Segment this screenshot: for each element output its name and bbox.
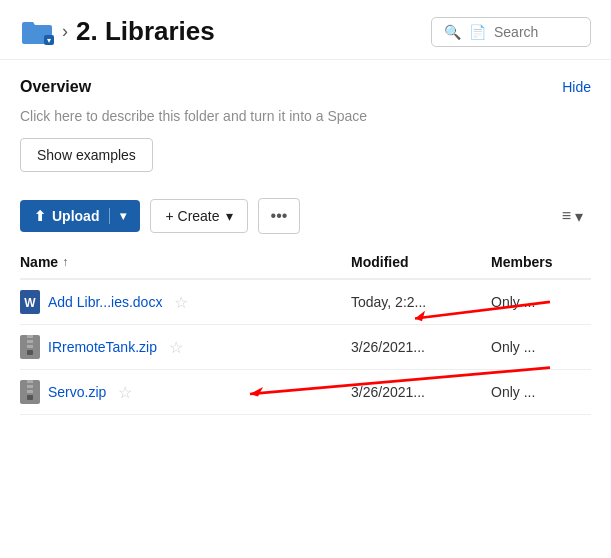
folder-dropdown-chevron: ▾ [47, 36, 51, 45]
folder-icon-wrapper[interactable]: ▾ [20, 18, 54, 46]
file-cell: Servo.zip ☆ [20, 380, 351, 404]
star-icon[interactable]: ☆ [174, 293, 188, 312]
modified-date: Today, 2:2... [351, 294, 491, 310]
create-label: + Create [165, 208, 219, 224]
table-row[interactable]: IRremoteTank.zip ☆ 3/26/2021... Only ... [20, 325, 591, 370]
svg-rect-4 [27, 340, 33, 343]
more-dots-icon: ••• [271, 207, 288, 224]
table-row[interactable]: Servo.zip ☆ 3/26/2021... Only ... [20, 370, 591, 415]
star-icon[interactable]: ☆ [169, 338, 183, 357]
members-value: Only ... [491, 384, 591, 400]
folder-icon: ▾ [20, 18, 54, 46]
more-options-button[interactable]: ••• [258, 198, 301, 234]
zip-file-icon [20, 335, 40, 359]
breadcrumb: ▾ › 2. Libraries [20, 16, 215, 47]
members-value: Only ... [491, 294, 591, 310]
file-name[interactable]: Servo.zip [48, 384, 106, 400]
column-name-label: Name [20, 254, 58, 270]
svg-rect-3 [27, 335, 33, 338]
overview-header: Overview Hide [20, 78, 591, 96]
overview-title: Overview [20, 78, 91, 96]
upload-button[interactable]: ⬆ Upload ▾ [20, 200, 140, 232]
overview-description[interactable]: Click here to describe this folder and t… [20, 108, 591, 124]
column-name: Name ↑ [20, 254, 351, 270]
view-chevron-icon: ▾ [575, 207, 583, 226]
sort-arrow-icon: ↑ [62, 255, 68, 269]
members-value: Only ... [491, 339, 591, 355]
file-name[interactable]: IRremoteTank.zip [48, 339, 157, 355]
search-icon: 🔍 [444, 24, 461, 40]
toolbar: ⬆ Upload ▾ + Create ▾ ••• ≡ ▾ [0, 180, 611, 246]
column-modified-label: Modified [351, 254, 409, 270]
upload-divider [109, 208, 110, 224]
svg-rect-6 [27, 350, 33, 355]
breadcrumb-separator: › [62, 21, 68, 42]
rows-container: W Add Libr...ies.docx ☆ Today, 2:2... On… [20, 280, 591, 415]
svg-rect-9 [27, 385, 33, 388]
hide-link[interactable]: Hide [562, 79, 591, 95]
search-bar[interactable]: 🔍 📄 [431, 17, 591, 47]
modified-date: 3/26/2021... [351, 384, 491, 400]
file-table: Name ↑ Modified Members W Add Libr...ies… [0, 246, 611, 415]
column-members: Members [491, 254, 591, 270]
file-search-icon: 📄 [469, 24, 486, 40]
file-name[interactable]: Add Libr...ies.docx [48, 294, 162, 310]
svg-rect-11 [27, 395, 33, 400]
show-examples-button[interactable]: Show examples [20, 138, 153, 172]
modified-date: 3/26/2021... [351, 339, 491, 355]
column-members-label: Members [491, 254, 552, 270]
word-file-icon: W [20, 290, 40, 314]
view-options-button[interactable]: ≡ ▾ [554, 199, 591, 234]
svg-rect-8 [27, 380, 33, 383]
upload-label: Upload [52, 208, 99, 224]
create-button[interactable]: + Create ▾ [150, 199, 247, 233]
column-modified: Modified [351, 254, 491, 270]
page-header: ▾ › 2. Libraries 🔍 📄 [0, 0, 611, 60]
overview-section: Overview Hide Click here to describe thi… [0, 60, 611, 180]
view-list-icon: ≡ [562, 207, 571, 225]
file-cell: W Add Libr...ies.docx ☆ [20, 290, 351, 314]
svg-rect-5 [27, 345, 33, 348]
svg-rect-10 [27, 390, 33, 393]
create-chevron-icon: ▾ [226, 208, 233, 224]
zip-file-icon-2 [20, 380, 40, 404]
page-title: 2. Libraries [76, 16, 215, 47]
file-cell: IRremoteTank.zip ☆ [20, 335, 351, 359]
table-row[interactable]: W Add Libr...ies.docx ☆ Today, 2:2... On… [20, 280, 591, 325]
search-input[interactable] [494, 24, 578, 40]
upload-arrow-icon: ⬆ [34, 208, 46, 224]
table-header: Name ↑ Modified Members [20, 246, 591, 280]
svg-text:W: W [24, 296, 36, 310]
upload-chevron-icon: ▾ [120, 209, 126, 223]
star-icon[interactable]: ☆ [118, 383, 132, 402]
